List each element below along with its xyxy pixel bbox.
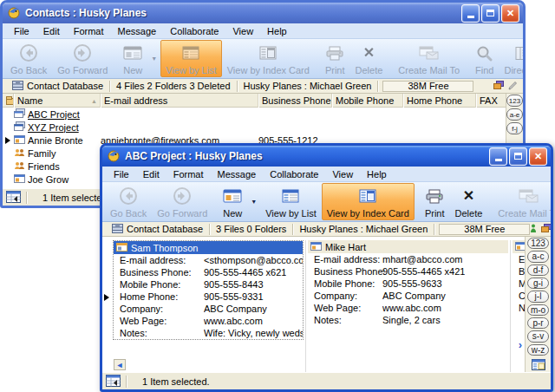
- contact-card-partial[interactable]: E-mail address: Business Phone: Mobile P…: [513, 240, 525, 314]
- row-xyz-project[interactable]: XYZ Project: [3, 121, 506, 134]
- maximize-button[interactable]: [481, 4, 500, 23]
- go-back-button[interactable]: Go Back: [105, 183, 152, 220]
- database-icon: [12, 81, 23, 92]
- view-mode-icon[interactable]: [106, 375, 121, 389]
- view-by-index-card-icon: [259, 42, 277, 63]
- menu-collaborate[interactable]: Collaborate: [163, 24, 225, 38]
- menu-view[interactable]: View: [225, 24, 260, 38]
- menu-collaborate[interactable]: Collaborate: [263, 167, 325, 181]
- menu-edit[interactable]: Edit: [36, 24, 67, 38]
- contact-card-sam-thompson[interactable]: Sam Thompson E-mail address:<sthompson@a…: [113, 240, 304, 340]
- index-tab-123[interactable]: 123: [506, 95, 523, 107]
- index-tab-f-j[interactable]: f-j: [506, 122, 523, 134]
- index-tab-a-c[interactable]: a-c: [527, 251, 549, 262]
- print-button[interactable]: Print: [320, 40, 350, 77]
- index-tab-g-i[interactable]: g-i: [527, 278, 549, 289]
- card-header[interactable]: Sam Thompson: [114, 241, 303, 254]
- card-field: Web Page:www.abc.com: [114, 315, 303, 327]
- close-button[interactable]: ✕: [501, 4, 519, 23]
- menu-help[interactable]: Help: [260, 24, 294, 38]
- index-tab-d-f[interactable]: d-f: [527, 265, 549, 276]
- go-forward-button[interactable]: Go Forward: [152, 183, 212, 220]
- card-view-mini-icon[interactable]: [532, 359, 545, 372]
- view-by-index-card-button[interactable]: View by Index Card: [322, 183, 415, 220]
- new-dropdown-arrow[interactable]: ▼: [151, 56, 157, 62]
- database-label: Contact Database: [27, 81, 103, 91]
- contact-card-mike-hart[interactable]: Mike Hart E-mail address:mhart@abcco.com…: [308, 240, 508, 326]
- menu-format[interactable]: Format: [166, 167, 211, 181]
- view-by-index-card-button[interactable]: View by Index Card: [222, 40, 315, 77]
- card-field: Business Phone:: [513, 265, 525, 278]
- card-divider: [510, 240, 511, 372]
- account-label: Husky Planes : Michael Green: [238, 81, 379, 92]
- index-tab-j-l[interactable]: j-l: [527, 291, 549, 302]
- new-dropdown-arrow[interactable]: ▼: [251, 199, 257, 205]
- new-button[interactable]: New: [118, 40, 147, 77]
- menu-file[interactable]: File: [7, 24, 36, 38]
- create-mail-to-button[interactable]: Create Mail To: [393, 40, 465, 77]
- window-title: Contacts : Husky Planes: [25, 7, 457, 19]
- title-bar[interactable]: Contacts : Husky Planes ✕: [3, 3, 523, 23]
- index-tab-123[interactable]: 123: [527, 238, 549, 249]
- contact-card-icon: [515, 242, 525, 252]
- view-by-list-button[interactable]: View by List: [160, 40, 222, 77]
- new-button[interactable]: New: [218, 183, 247, 220]
- row-name: Friends: [28, 161, 60, 172]
- index-tab-p-r[interactable]: p-r: [527, 317, 549, 329]
- column-header-home-phone[interactable]: Home Phone: [403, 94, 476, 108]
- create-mail-to-button[interactable]: Create Mail To: [493, 183, 553, 220]
- card-header[interactable]: [513, 240, 525, 253]
- presence-icon[interactable]: [530, 224, 537, 235]
- toolbar: Go Back Go Forward New ▼ View by List Vi…: [102, 182, 551, 222]
- column-header-name[interactable]: Name▲: [14, 94, 101, 108]
- card-field: Mobile Phone:905-555-9633: [308, 278, 508, 290]
- project-icon: [14, 108, 25, 120]
- directory-button[interactable]: Directory: [499, 40, 526, 77]
- desktop: Contacts : Husky Planes ✕ File Edit Form…: [0, 0, 555, 392]
- current-row-marker: [5, 137, 10, 144]
- column-header-email[interactable]: E-mail address: [101, 94, 258, 108]
- find-button[interactable]: Find: [470, 40, 499, 77]
- view-by-index-card-icon: [359, 186, 376, 206]
- menu-view[interactable]: View: [325, 167, 360, 181]
- card-header[interactable]: Mike Hart: [308, 240, 508, 253]
- menu-file[interactable]: File: [107, 167, 136, 181]
- go-forward-button[interactable]: Go Forward: [52, 40, 113, 77]
- cascade-windows-icon[interactable]: [493, 81, 504, 92]
- cascade-windows-icon[interactable]: [541, 224, 552, 235]
- view-by-list-button[interactable]: View by List: [260, 183, 322, 220]
- file-counts: 4 Files 2 Folders 3 Deleted: [110, 81, 237, 92]
- minimize-button[interactable]: [489, 147, 507, 166]
- card-field: Notes:Single, 2 cars: [308, 314, 508, 326]
- close-button[interactable]: ✕: [529, 147, 547, 166]
- edit-pencil-icon[interactable]: [508, 81, 518, 92]
- menu-format[interactable]: Format: [67, 24, 111, 38]
- delete-button[interactable]: ✕ Delete: [450, 183, 488, 220]
- minimize-button[interactable]: [461, 4, 480, 23]
- menu-message[interactable]: Message: [211, 167, 264, 181]
- menu-edit[interactable]: Edit: [136, 167, 166, 181]
- index-card-area: Sam Thompson E-mail address:<sthompson@a…: [102, 237, 551, 372]
- project-icon: [14, 121, 25, 133]
- toolbar: Go Back Go Forward New ▼ View by List Vi…: [3, 39, 523, 79]
- index-tab-m-o[interactable]: m-o: [527, 304, 549, 316]
- row-abc-project[interactable]: ABC Project: [3, 108, 506, 121]
- view-mode-icon[interactable]: [6, 191, 21, 205]
- column-header-mobile-phone[interactable]: Mobile Phone: [332, 94, 403, 108]
- menu-help[interactable]: Help: [360, 167, 394, 181]
- scroll-right-button[interactable]: ›: [519, 338, 522, 351]
- title-bar[interactable]: ABC Project : Husky Planes ✕: [102, 146, 551, 167]
- info-bar: Contact Database 3 Files 0 Folders Husky…: [102, 222, 551, 237]
- print-button[interactable]: Print: [420, 183, 450, 220]
- index-tab-s-v[interactable]: s-v: [527, 330, 549, 342]
- index-tab-a-e[interactable]: a-e: [506, 108, 523, 121]
- column-header-fax[interactable]: FAX: [476, 94, 506, 108]
- delete-button[interactable]: ✕ Delete: [350, 40, 388, 77]
- index-tab-w-z[interactable]: w-z: [527, 344, 549, 356]
- abc-project-window[interactable]: ABC Project : Husky Planes ✕ File Edit F…: [100, 143, 553, 392]
- column-header-business-phone[interactable]: Business Phone: [258, 94, 332, 108]
- scroll-left-button[interactable]: ◄: [114, 359, 126, 370]
- maximize-button[interactable]: [509, 147, 527, 166]
- go-back-button[interactable]: Go Back: [5, 40, 52, 77]
- menu-message[interactable]: Message: [111, 24, 164, 38]
